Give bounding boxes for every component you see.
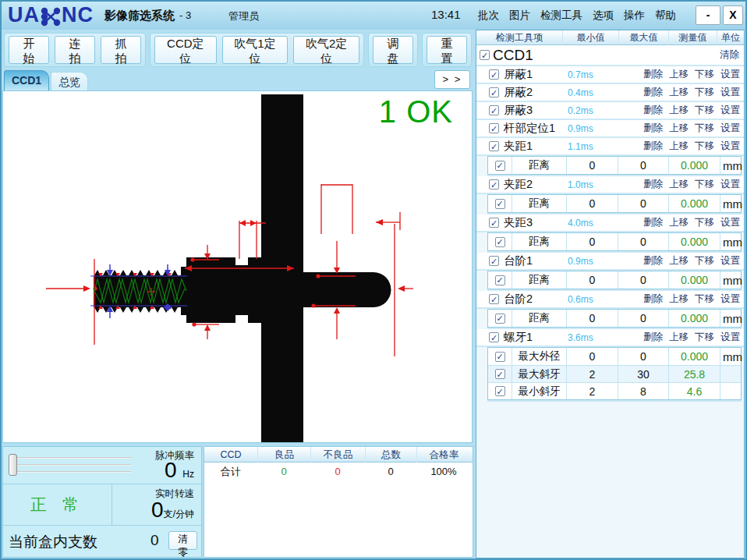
move-down-link[interactable]: 下移 [695,86,714,99]
check-icon: ✓ [490,334,497,342]
tool-actions: 删除上移下移设置 [643,104,744,117]
move-up-link[interactable]: 上移 [669,86,689,99]
move-down-link[interactable]: 下移 [695,292,714,306]
move-up-link[interactable]: 上移 [669,254,689,268]
sub-unit: mm [720,157,742,174]
delete-link[interactable]: 删除 [643,178,663,191]
settings-link[interactable]: 设置 [720,122,740,135]
checkbox[interactable]: ✓ [495,199,505,209]
checkbox[interactable]: ✓ [489,69,499,80]
checkbox[interactable]: ✓ [495,369,505,379]
check-icon: ✓ [490,89,497,97]
delete-link[interactable]: 删除 [643,216,663,229]
stats-panel: CCD 良品 不良品 总数 合格率 合计 0 0 0 100% [204,446,473,558]
settings-link[interactable]: 设置 [720,331,740,344]
blow1-locate-button[interactable]: 吹气1定位 [222,36,289,64]
move-down-link[interactable]: 下移 [695,104,714,117]
tray-adjust-button[interactable]: 调盘 [373,36,413,64]
sub-min-value: 2 [566,366,618,382]
move-down-link[interactable]: 下移 [695,331,714,344]
delete-link[interactable]: 删除 [643,104,663,117]
settings-link[interactable]: 设置 [720,86,740,99]
settings-link[interactable]: 设置 [720,140,740,153]
close-button[interactable]: X [723,5,743,25]
move-up-link[interactable]: 上移 [669,178,689,191]
move-down-link[interactable]: 下移 [695,254,714,268]
move-up-link[interactable]: 上移 [669,216,689,229]
clear-count-button[interactable]: 清零 [168,531,197,550]
start-button[interactable]: 开始 [9,36,49,64]
checkbox[interactable]: ✓ [495,314,505,324]
clear-link[interactable]: 清除 [720,48,739,62]
delete-link[interactable]: 删除 [643,86,663,99]
delete-link[interactable]: 删除 [643,292,663,306]
checkbox[interactable]: ✓ [495,161,505,171]
menu-inspect-tools[interactable]: 检测工具 [540,9,582,23]
move-down-link[interactable]: 下移 [695,122,714,135]
machine-state: 正 常 [30,494,84,516]
menu-image[interactable]: 图片 [509,9,530,23]
delete-link[interactable]: 删除 [643,122,663,135]
move-up-link[interactable]: 上移 [669,331,689,344]
tab-ccd1[interactable]: CCD1 [4,70,49,90]
slider-handle[interactable] [9,454,17,476]
delete-link[interactable]: 删除 [643,254,663,268]
settings-link[interactable]: 设置 [720,104,740,117]
move-up-link[interactable]: 上移 [669,104,689,117]
tab-overview[interactable]: 总览 [51,72,88,90]
sub-max-value: 30 [618,366,668,382]
settings-link[interactable]: 设置 [720,178,740,191]
checkbox[interactable]: ✓ [489,218,499,228]
check-icon: ✓ [496,238,503,246]
delete-link[interactable]: 删除 [643,331,663,344]
settings-link[interactable]: 设置 [720,216,740,229]
sub-min-value: 0 [566,348,618,365]
ccd-locate-button[interactable]: CCD定位 [154,36,217,64]
menu-options[interactable]: 选项 [593,9,614,23]
good-count: 0 [257,463,310,481]
move-up-link[interactable]: 上移 [669,140,689,153]
checkbox[interactable]: ✓ [495,352,505,362]
checkbox[interactable]: ✓ [495,386,505,396]
move-up-link[interactable]: 上移 [669,68,689,81]
slider-track [9,471,131,473]
titlebar: UA NC 影像筛选系统 - 3 管理员 13:41 批次图片检测工具选项操作帮… [2,2,745,30]
move-down-link[interactable]: 下移 [695,68,714,81]
delete-link[interactable]: 删除 [643,140,663,153]
settings-link[interactable]: 设置 [720,254,740,268]
delete-link[interactable]: 删除 [643,68,663,81]
move-down-link[interactable]: 下移 [695,216,714,229]
menu-operation[interactable]: 操作 [624,9,645,23]
move-up-link[interactable]: 上移 [669,122,689,135]
checkbox[interactable]: ✓ [489,332,499,342]
blow2-locate-button[interactable]: 吹气2定位 [293,36,359,64]
snap-button[interactable]: 抓拍 [101,36,141,64]
expand-panel-button[interactable]: > > [434,70,470,89]
col-good: 良品 [257,447,310,463]
checkbox[interactable]: ✓ [489,123,499,133]
checkbox[interactable]: ✓ [489,105,499,115]
tool-name: 台阶2 [504,292,533,307]
reset-button[interactable]: 重置 [427,36,467,64]
pulse-slider[interactable] [8,452,133,478]
checkbox[interactable]: ✓ [489,256,499,266]
settings-link[interactable]: 设置 [720,292,740,306]
check-icon: ✓ [490,296,497,303]
move-down-link[interactable]: 下移 [695,178,714,191]
minimize-button[interactable]: - [696,5,720,25]
checkbox[interactable]: ✓ [495,237,505,247]
camera-group-checkbox[interactable]: ✓ [480,50,490,60]
menu-help[interactable]: 帮助 [655,9,676,23]
move-down-link[interactable]: 下移 [695,140,714,153]
check-icon: ✓ [490,219,497,227]
checkbox[interactable]: ✓ [489,179,499,190]
checkbox[interactable]: ✓ [489,141,499,151]
checkbox[interactable]: ✓ [489,87,499,97]
checkbox[interactable]: ✓ [489,294,499,304]
settings-link[interactable]: 设置 [720,68,740,81]
sub-unit: mm [720,348,742,365]
menu-batch[interactable]: 批次 [478,9,499,23]
checkbox[interactable]: ✓ [495,275,505,285]
burst-button[interactable]: 连拍 [55,36,95,64]
move-up-link[interactable]: 上移 [669,292,689,306]
